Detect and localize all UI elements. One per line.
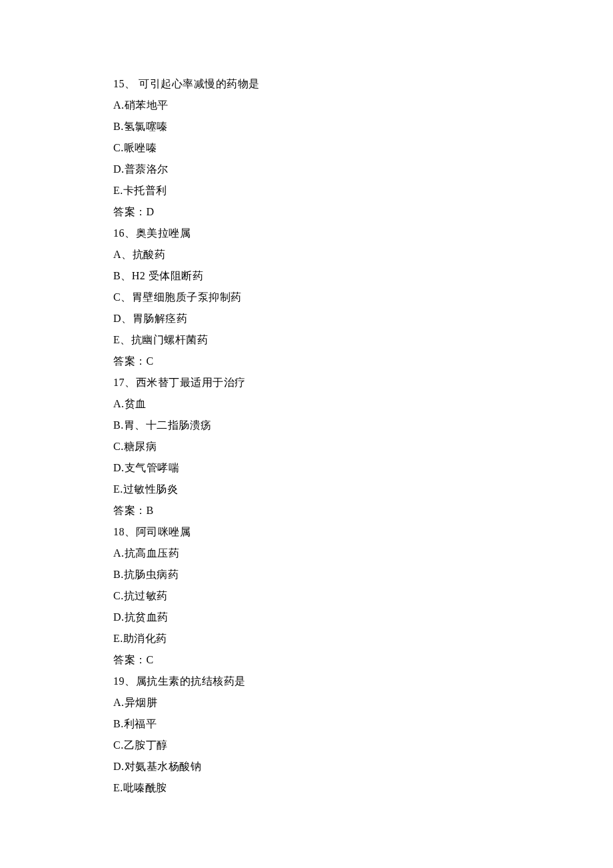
question-option: D.抗贫血药 [113, 607, 500, 628]
question-stem: 19、属抗生素的抗结核药是 [113, 671, 500, 692]
question-option: E.助消化药 [113, 628, 500, 649]
question-stem: 17、西米替丁最适用于治疗 [113, 372, 500, 393]
question-option: E、抗幽门螺杆菌药 [113, 329, 500, 351]
question-stem: 18、阿司咪唑属 [113, 521, 500, 543]
question-option: E.过敏性肠炎 [113, 479, 500, 500]
question-answer: 答案：B [113, 500, 500, 521]
question-option: C.哌唑嗪 [113, 137, 500, 159]
question-answer: 答案：C [113, 649, 500, 671]
question-option: C、胃壁细胞质子泵抑制药 [113, 287, 500, 308]
question-option: C.糖尿病 [113, 436, 500, 457]
question-stem: 16、奥美拉唑属 [113, 223, 500, 244]
question-option: E.吡嗪酰胺 [113, 777, 500, 799]
question-stem: 15、 可引起心率减慢的药物是 [113, 73, 500, 95]
question-option: B.胃、十二指肠溃疡 [113, 415, 500, 436]
question-option: E.卡托普利 [113, 180, 500, 201]
question-option: B、H2 受体阻断药 [113, 265, 500, 287]
question-option: A.异烟肼 [113, 692, 500, 713]
question-option: D.支气管哮喘 [113, 457, 500, 479]
question-answer: 答案：C [113, 351, 500, 372]
question-option: B.抗肠虫病药 [113, 564, 500, 585]
question-option: D.对氨基水杨酸钠 [113, 756, 500, 777]
question-option: D、胃肠解痉药 [113, 308, 500, 329]
question-option: A.硝苯地平 [113, 95, 500, 116]
question-option: D.普萘洛尔 [113, 159, 500, 180]
question-option: B.利福平 [113, 713, 500, 735]
question-option: C.抗过敏药 [113, 585, 500, 607]
question-option: A、抗酸药 [113, 244, 500, 265]
question-answer: 答案：D [113, 201, 500, 223]
question-option: A.抗高血压药 [113, 543, 500, 564]
question-option: B.氢氯噻嗪 [113, 116, 500, 137]
document-page: 15、 可引起心率减慢的药物是 A.硝苯地平 B.氢氯噻嗪 C.哌唑嗪 D.普萘… [0, 0, 613, 839]
question-option: C.乙胺丁醇 [113, 735, 500, 756]
question-option: A.贫血 [113, 393, 500, 415]
